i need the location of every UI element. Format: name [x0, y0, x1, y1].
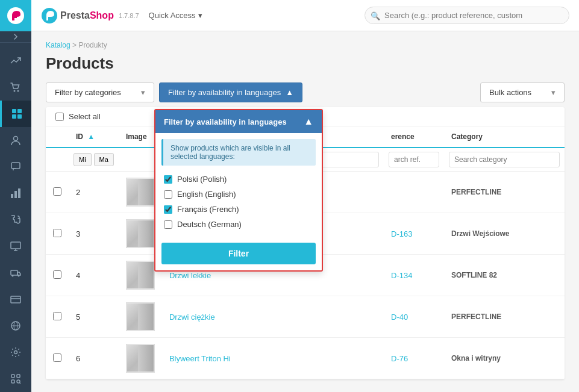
sidebar-item-design[interactable] [0, 233, 31, 260]
prestashop-logo-icon [6, 6, 25, 25]
row-checkbox[interactable] [53, 187, 61, 196]
language-checkbox-fr[interactable] [164, 205, 172, 214]
filter-language-label: Filter by availability in languages [168, 88, 281, 97]
truck-icon [10, 267, 21, 278]
sidebar-item-modules[interactable] [0, 207, 31, 233]
trending-up-icon [10, 55, 21, 66]
quick-access-button[interactable]: Quick Access ▾ [149, 11, 202, 20]
language-checkbox-pl[interactable] [164, 175, 172, 184]
filter-categories-label: Filter by categories [55, 88, 121, 97]
brand-name: PrestaShop [60, 10, 114, 21]
select-all-label: Select all [69, 112, 101, 121]
row-reference: D-163 [384, 213, 444, 255]
row-name[interactable]: Blyweert Triton Hi [162, 338, 384, 379]
filter-apply-button[interactable]: Filter [161, 243, 316, 264]
row-checkbox[interactable] [53, 353, 61, 362]
language-option-pl[interactable]: Polski (Polish) [164, 172, 313, 187]
product-thumbnail [126, 344, 155, 373]
brand-presta: Presta [60, 10, 90, 20]
sidebar-logo [0, 0, 31, 31]
filter-category-cell [444, 148, 565, 172]
product-thumbnail [126, 178, 155, 207]
sidebar-item-international[interactable] [0, 313, 31, 339]
row-checkbox[interactable] [53, 229, 61, 237]
sidebar-item-catalog[interactable] [0, 101, 31, 127]
row-id: 3 [69, 213, 119, 255]
main-wrapper: PrestaShop 1.7.8.7 Quick Access ▾ 🔍 Kata… [31, 0, 579, 392]
bulk-actions-button[interactable]: Bulk actions ▾ [480, 82, 565, 102]
svg-rect-10 [11, 194, 13, 198]
th-reference-label: erence [391, 132, 415, 141]
svg-rect-11 [14, 191, 17, 198]
bar-chart-icon [10, 188, 21, 199]
language-label-de: Deutsch (German) [177, 220, 242, 229]
breadcrumb-root[interactable]: Katalog [46, 41, 70, 49]
language-option-en[interactable]: English (English) [164, 187, 313, 202]
sidebar-item-payment[interactable] [0, 286, 31, 313]
sidebar-item-customers[interactable] [0, 127, 31, 154]
sidebar-item-dashboard[interactable] [0, 48, 31, 74]
language-dropdown-header: Filter by availability in languages ▲ [155, 110, 322, 133]
sidebar-item-stats[interactable] [0, 180, 31, 207]
select-all-checkbox[interactable] [55, 113, 64, 121]
row-checkbox-cell [46, 213, 69, 255]
language-option-de[interactable]: Deutsch (German) [164, 217, 313, 232]
svg-point-2 [14, 90, 16, 92]
filter-category-input[interactable] [449, 152, 560, 167]
topbar-search-input[interactable] [365, 7, 569, 24]
chat-icon [10, 161, 21, 172]
sidebar-item-advanced[interactable] [0, 366, 31, 392]
bulk-actions-label: Bulk actions [489, 88, 531, 97]
sidebar-item-customer-service[interactable] [0, 154, 31, 180]
bulk-actions-chevron-icon: ▾ [551, 88, 556, 97]
row-name[interactable]: Drzwi ciężkie [162, 296, 384, 338]
language-dropdown-info: Show products which are visible in all s… [161, 139, 316, 166]
sidebar-item-settings[interactable] [0, 339, 31, 366]
table-row: 5Drzwi ciężkieD-40PERFECTLINE [46, 296, 565, 338]
svg-point-24 [14, 351, 17, 354]
row-checkbox-cell [46, 255, 69, 296]
filter-reference-input[interactable] [389, 152, 439, 167]
filter-language-button[interactable]: Filter by availability in languages ▲ [159, 82, 302, 102]
desktop-icon [10, 241, 21, 252]
topbar-logo-icon [41, 7, 58, 24]
shopping-cart-icon [10, 82, 21, 93]
admin-icon [10, 373, 21, 384]
sidebar-item-orders[interactable] [0, 74, 31, 101]
row-checkbox-cell [46, 296, 69, 338]
topbar: PrestaShop 1.7.8.7 Quick Access ▾ 🔍 [31, 0, 579, 31]
language-dropdown: Filter by availability in languages ▲ Sh… [154, 109, 323, 272]
svg-rect-5 [17, 109, 22, 113]
row-checkbox[interactable] [53, 312, 61, 320]
row-category: Okna i witryny [444, 338, 565, 379]
svg-line-29 [20, 383, 21, 384]
row-checkbox[interactable] [53, 270, 61, 279]
app-version: 1.7.8.7 [119, 12, 139, 19]
row-image-cell [119, 296, 162, 338]
th-id[interactable]: ID ▲ [69, 126, 119, 148]
row-reference: D-134 [384, 255, 444, 296]
sidebar-item-shipping[interactable] [0, 260, 31, 286]
filter-language-chevron-icon: ▲ [286, 88, 293, 97]
language-checkbox-de[interactable] [164, 220, 172, 229]
sidebar-expand-button[interactable] [0, 31, 31, 43]
svg-rect-9 [11, 163, 20, 169]
svg-rect-16 [11, 270, 17, 275]
row-category: SOFTLINE 82 [444, 255, 565, 296]
svg-point-28 [17, 380, 20, 383]
th-id-label: ID [76, 132, 83, 141]
filter-bar: Filter by categories ▾ Filter by availab… [46, 82, 565, 102]
language-option-fr[interactable]: Français (French) [164, 202, 313, 217]
id-max-button[interactable]: Ma [94, 153, 114, 166]
svg-point-18 [18, 275, 20, 277]
filter-id-cell: Mi Ma [69, 148, 119, 172]
credit-card-icon [10, 294, 21, 305]
svg-rect-1 [14, 17, 17, 18]
svg-point-3 [17, 90, 19, 92]
language-dropdown-body: Polski (Polish) English (English) França… [155, 169, 322, 238]
filter-categories-button[interactable]: Filter by categories ▾ [46, 82, 154, 102]
id-min-button[interactable]: Mi [74, 153, 92, 166]
row-category: PERFECTLINE [444, 296, 565, 338]
language-checkbox-en[interactable] [164, 190, 172, 199]
brand: PrestaShop 1.7.8.7 [41, 7, 139, 24]
